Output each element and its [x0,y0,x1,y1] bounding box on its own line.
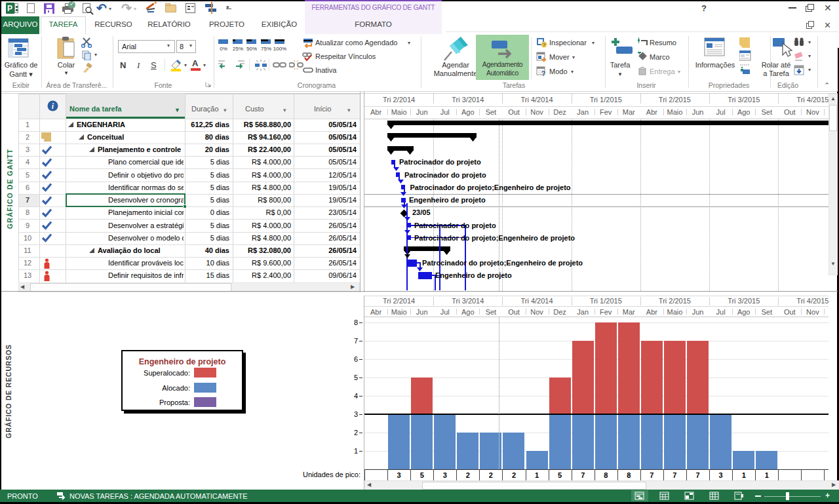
svg-text:?: ? [543,42,546,48]
svg-text:?: ? [541,70,545,77]
